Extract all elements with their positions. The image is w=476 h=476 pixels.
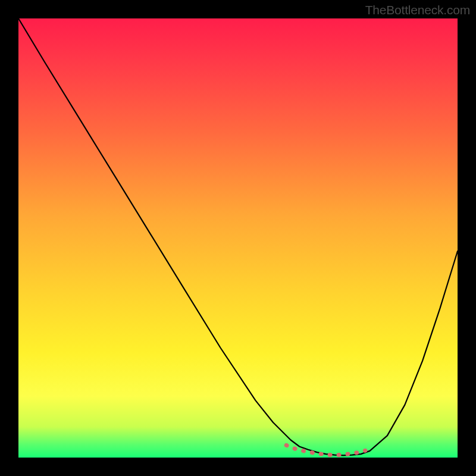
chart-frame: TheBottleneck.com xyxy=(0,0,476,476)
plot-area xyxy=(18,18,458,458)
watermark-text: TheBottleneck.com xyxy=(365,3,470,17)
bottleneck-curve xyxy=(18,18,458,455)
curve-svg xyxy=(18,18,458,458)
